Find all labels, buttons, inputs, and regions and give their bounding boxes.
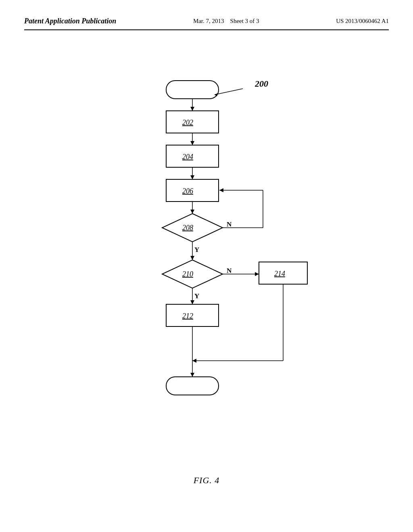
label-208: 208	[182, 224, 193, 232]
publication-date: Mar. 7, 2013	[193, 18, 224, 24]
label-202: 202	[182, 118, 193, 127]
end-terminal	[166, 377, 219, 395]
ref-200-label: 200	[254, 79, 268, 89]
figure-label: FIG. 4	[194, 475, 220, 486]
label-208-Y: Y	[194, 246, 199, 254]
publication-title: Patent Application Publication	[24, 16, 116, 26]
svg-marker-7	[190, 175, 194, 179]
svg-marker-19	[190, 300, 194, 304]
flowchart: 200 202 204	[86, 54, 327, 459]
svg-marker-24	[190, 373, 194, 377]
svg-marker-5	[190, 141, 194, 145]
svg-marker-17	[255, 272, 259, 276]
svg-marker-3	[190, 107, 194, 111]
label-206: 206	[182, 187, 193, 195]
label-208-N: N	[227, 220, 232, 228]
label-214: 214	[274, 270, 285, 278]
svg-marker-15	[190, 256, 194, 260]
page-header: Patent Application Publication Mar. 7, 2…	[24, 16, 389, 30]
sheet-info: Sheet 3 of 3	[230, 18, 259, 24]
svg-marker-13	[219, 188, 223, 192]
label-210: 210	[182, 270, 193, 278]
flowchart-svg: 200 202 204	[86, 54, 327, 457]
svg-marker-9	[190, 210, 194, 214]
start-terminal	[166, 81, 219, 99]
label-210-N: N	[227, 267, 232, 274]
header-date-sheet: Mar. 7, 2013 Sheet 3 of 3	[193, 16, 259, 26]
label-212: 212	[182, 312, 193, 320]
label-204: 204	[182, 153, 193, 161]
patent-number: US 2013/0060462 A1	[336, 16, 389, 26]
label-210-Y: Y	[194, 292, 199, 300]
svg-marker-25	[192, 359, 196, 363]
page: Patent Application Publication Mar. 7, 2…	[0, 0, 413, 532]
diagram-container: 200 202 204	[24, 54, 389, 486]
